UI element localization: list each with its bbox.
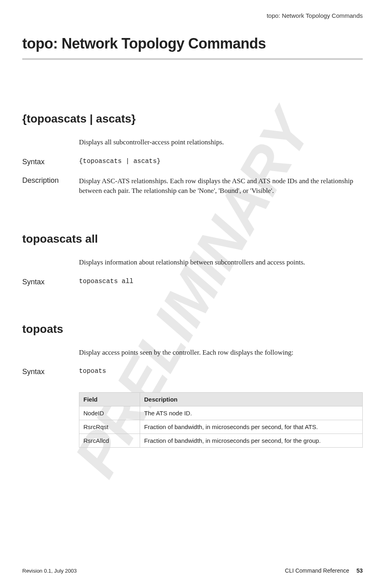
syntax-value: topoascats all	[79, 278, 363, 286]
description-value: Display ASC-ATS relationships. Each row …	[79, 176, 363, 196]
syntax-label: Syntax	[22, 368, 79, 376]
table-header-field: Field	[79, 393, 140, 406]
footer-page-number: 53	[356, 567, 363, 574]
syntax-value: topoats	[79, 368, 363, 376]
field-table: Field Description NodeID The ATS node ID…	[79, 392, 363, 448]
page-footer: Revision 0.1, July 2003 CLI Command Refe…	[22, 567, 363, 574]
chapter-title: topo: Network Topology Commands	[22, 35, 363, 60]
table-cell-description: Fraction of bandwidth, in microseconds p…	[140, 420, 363, 434]
syntax-label: Syntax	[22, 158, 79, 166]
table-row: RsrcRqst Fraction of bandwidth, in micro…	[79, 420, 363, 434]
description-label: Description	[22, 176, 79, 196]
table-cell-description: The ATS node ID.	[140, 406, 363, 420]
command-section: topoats Display access points seen by th…	[22, 323, 363, 448]
command-name: {topoascats | ascats}	[22, 112, 363, 125]
table-row: NodeID The ATS node ID.	[79, 406, 363, 420]
command-summary: Displays information about relationship …	[79, 258, 363, 268]
command-name: topoats	[22, 323, 363, 336]
command-summary: Displays all subcontroller-access point …	[79, 137, 363, 148]
table-cell-field: NodeID	[79, 406, 140, 420]
footer-doc-title: CLI Command Reference	[285, 567, 349, 574]
syntax-value: {topoascats | ascats}	[79, 158, 363, 166]
syntax-label: Syntax	[22, 278, 79, 286]
table-cell-description: Fraction of bandwidth, in microseconds p…	[140, 434, 363, 448]
table-row: RsrcAllcd Fraction of bandwidth, in micr…	[79, 434, 363, 448]
command-section: topoascats all Displays information abou…	[22, 233, 363, 286]
table-cell-field: RsrcRqst	[79, 420, 140, 434]
command-summary: Display access points seen by the contro…	[79, 348, 363, 358]
command-name: topoascats all	[22, 233, 363, 245]
command-section: {topoascats | ascats} Displays all subco…	[22, 112, 363, 196]
table-cell-field: RsrcAllcd	[79, 434, 140, 448]
footer-revision: Revision 0.1, July 2003	[22, 568, 77, 574]
running-header: topo: Network Topology Commands	[22, 12, 363, 19]
table-header-description: Description	[140, 393, 363, 406]
